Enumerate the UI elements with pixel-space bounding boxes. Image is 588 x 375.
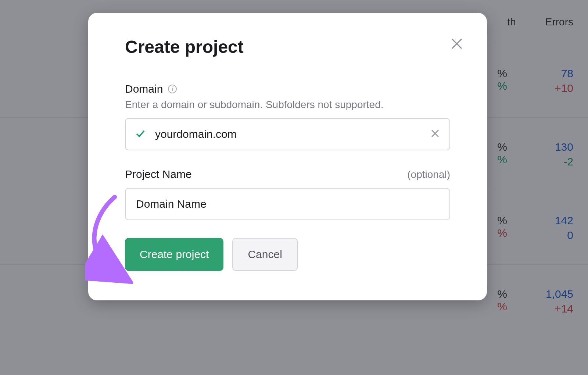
button-row: Create project Cancel (125, 238, 450, 271)
close-button[interactable] (448, 35, 466, 53)
check-icon (135, 128, 146, 140)
modal-title: Create project (125, 37, 450, 57)
clear-icon (430, 129, 440, 138)
cancel-button[interactable]: Cancel (232, 238, 297, 271)
project-name-input-wrap (125, 188, 450, 220)
domain-label-row: Domain i (125, 83, 450, 95)
optional-tag: (optional) (407, 169, 450, 181)
project-name-label: Project Name (125, 168, 192, 181)
close-icon (450, 37, 463, 50)
project-name-input[interactable] (125, 188, 450, 220)
create-project-modal: Create project Domain i Enter a domain o… (88, 13, 487, 300)
domain-label: Domain (125, 83, 163, 95)
project-name-label-row: Project Name (optional) (125, 168, 450, 181)
create-project-button[interactable]: Create project (125, 238, 223, 271)
clear-domain-button[interactable] (430, 129, 440, 140)
info-icon[interactable]: i (168, 85, 177, 93)
domain-hint: Enter a domain or subdomain. Subfolders … (125, 99, 450, 111)
domain-input[interactable] (125, 118, 450, 150)
domain-input-wrap (125, 118, 450, 150)
